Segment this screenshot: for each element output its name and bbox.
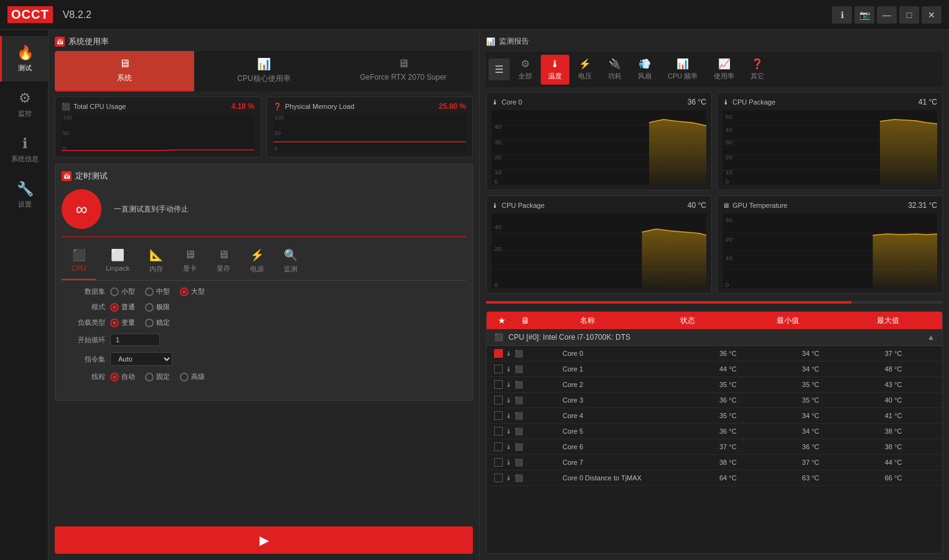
row-name: Core 3 [544,396,686,404]
start-button[interactable]: ▶ [55,526,473,554]
maximize-button[interactable]: □ [899,6,919,24]
chart-gpu-temp: 🖥 GPU Temperature 32.31 °C [717,195,943,294]
minimize-button[interactable]: — [877,6,897,24]
chart-cpu-package: 🌡 CPU Package 41 °C [717,92,943,190]
tab-cpu-core[interactable]: 📊 CPU核心使用率 [194,51,334,91]
row-checkbox[interactable] [494,396,503,404]
threads-auto-radio [110,373,119,381]
monitor-tab-other[interactable]: ❓ 其它 [743,54,772,85]
freq-tab-label: CPU 频率 [668,72,698,81]
threads-fixed[interactable]: 固定 [145,372,170,381]
memory-usage-title: ❓ Physical Memory Load [273,103,354,111]
tab-system[interactable]: 🖥 系统 [55,51,194,91]
test-tab-monitor[interactable]: 🔍 监测 [274,243,307,280]
table-row: 🌡 ⬛ Core 2 35 °C 35 °C 43 °C [487,377,942,393]
dataset-small-radio [110,287,119,296]
cpu-usage-label: Total CPU Usage [73,103,126,110]
row-checkbox[interactable] [494,442,503,451]
infinity-button[interactable]: ∞ [62,189,101,229]
row-checkbox[interactable] [494,380,503,389]
close-button[interactable]: ✕ [922,6,942,24]
sidebar-label-test: 测试 [18,63,32,73]
instruction-set-select[interactable]: Auto [110,352,172,366]
window-controls: ℹ 📷 — □ ✕ [832,6,942,24]
row-min: 34 °C [769,365,852,373]
test-tab-linpack[interactable]: ⬜ Linpack [96,243,139,280]
row-status: 38 °C [686,459,769,466]
app-logo: OCCT V8.2.2 [7,6,91,23]
group-collapse-icon[interactable]: ▲ [927,333,935,342]
monitor-tab-temp[interactable]: 🌡 温度 [541,55,569,85]
load-stable-label: 稳定 [156,318,170,327]
monitor-tab-freq[interactable]: 📊 CPU 频率 [660,54,705,85]
threads-auto[interactable]: 自动 [110,372,135,381]
svg-text:30: 30 [495,139,502,146]
mode-extreme[interactable]: 极限 [145,302,170,312]
gpu-temp-svg: 30 20 10 0 [722,213,937,288]
row-checkbox[interactable] [494,411,503,420]
row-max: 38 °C [852,443,935,450]
row-status: 44 °C [686,365,769,373]
svg-text:20: 20 [726,154,733,161]
mode-normal-radio [110,303,119,312]
power-tab-label: 功耗 [608,72,622,81]
row-checkbox[interactable] [494,365,503,373]
test-tab-vram[interactable]: 🖥 显存 [207,243,240,280]
info-button[interactable]: ℹ [832,6,852,24]
threads-advanced[interactable]: 高级 [180,372,205,381]
load-type-radio-group: 变量 稳定 [110,318,170,327]
table-min-header: 最小值 [742,315,834,326]
dataset-medium[interactable]: 中型 [145,287,170,296]
sidebar-item-test[interactable]: 🔥 测试 [0,36,48,82]
cpu-chart-labels: 100 50 0 [63,114,72,152]
gpu-temp-value: 32.31 °C [908,201,937,210]
load-variable-radio [110,319,119,327]
monitor-tab-fan[interactable]: 💨 风扇 [630,54,659,85]
monitor-tab-voltage[interactable]: ⚡ 电压 [571,54,599,85]
row-checkbox[interactable] [494,349,503,358]
tab-gpu[interactable]: 🖥 GeForce RTX 2070 Super [334,51,473,91]
core0-value: 36 °C [688,98,706,106]
test-tab-memory[interactable]: 📐 内存 [139,243,173,280]
table-status-header: 状态 [641,315,734,326]
row-name: Core 6 [544,443,686,450]
usage-icon: 📈 [718,58,731,70]
row-name: Core 4 [544,412,686,419]
monitor-tab-power[interactable]: 🔌 功耗 [601,54,629,85]
load-type-variable[interactable]: 变量 [110,318,135,327]
red-divider [486,301,943,304]
load-type-stable[interactable]: 稳定 [145,318,170,327]
chart-row-icon: ⬛ [515,443,523,451]
favorite-button[interactable]: ★ [494,314,510,327]
monitor-tab-usage[interactable]: 📈 使用率 [706,54,742,85]
svg-text:20: 20 [495,154,502,161]
threads-auto-label: 自动 [121,372,135,381]
test-tab-gpu[interactable]: 🖥 显卡 [173,243,207,280]
cpu-usage-box: ⬛ Total CPU Usage 4.18 % 100 50 [55,96,261,157]
row-status: 35 °C [686,381,769,388]
display-button[interactable]: 🖥 [517,314,533,327]
monitor-tab-all[interactable]: ⚙ 全部 [511,54,540,85]
row-min: 35 °C [769,381,852,388]
logo-text: OCCT [7,6,53,23]
chart-core0-header: 🌡 Core 0 36 °C [492,98,706,106]
svg-text:10: 10 [726,169,733,175]
cpu-usage-value: 4.18 [231,102,246,111]
sidebar-item-sysinfo[interactable]: ℹ 系统信息 [0,127,48,172]
mode-normal[interactable]: 普通 [110,302,135,312]
load-type-label: 负载类型 [62,318,105,327]
screenshot-button[interactable]: 📷 [854,6,874,24]
test-tab-cpu[interactable]: ⬛ CPU [62,243,96,280]
start-cycle-input[interactable] [110,334,160,346]
titlebar: OCCT V8.2.2 ℹ 📷 — □ ✕ [0,0,949,30]
row-checkbox[interactable] [494,458,503,467]
monitor-menu-button[interactable]: ☰ [489,58,510,80]
sidebar-item-monitor[interactable]: ⚙ 监控 [0,82,48,127]
row-checkbox[interactable] [494,474,503,482]
sidebar-item-settings[interactable]: 🔧 设置 [0,172,48,218]
dataset-small[interactable]: 小型 [110,287,135,296]
test-tab-power[interactable]: ⚡ 电源 [240,243,274,280]
row-checkbox[interactable] [494,427,503,436]
cpu-pkg2-sensor-icon: 🌡 [492,202,498,209]
dataset-large[interactable]: 大型 [180,287,205,296]
